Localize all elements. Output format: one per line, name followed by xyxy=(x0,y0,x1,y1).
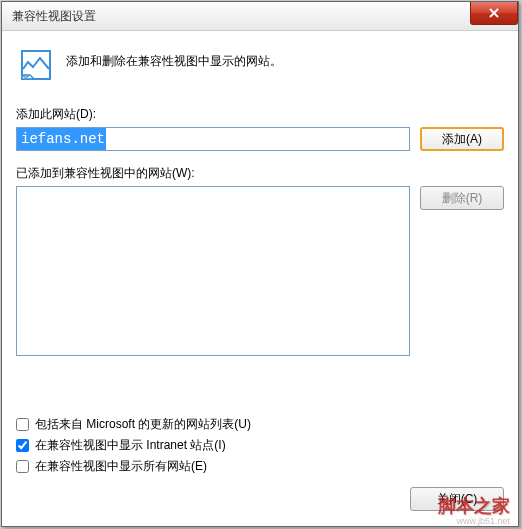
dialog-description: 添加和删除在兼容性视图中显示的网站。 xyxy=(66,49,282,70)
dialog-footer: 关闭(C) xyxy=(16,479,504,511)
watermark-sub: www.jb51.net xyxy=(456,516,510,526)
titlebar: 兼容性视图设置 xyxy=(2,2,518,31)
intranet-label[interactable]: 在兼容性视图中显示 Intranet 站点(I) xyxy=(35,437,226,454)
include-microsoft-label[interactable]: 包括来自 Microsoft 的更新的网站列表(U) xyxy=(35,416,251,433)
list-side-buttons: 删除(R) xyxy=(420,186,504,356)
checkbox-row-microsoft: 包括来自 Microsoft 的更新的网站列表(U) xyxy=(16,416,504,433)
checkbox-row-allsites: 在兼容性视图中显示所有网站(E) xyxy=(16,458,504,475)
header-row: 添加和删除在兼容性视图中显示的网站。 xyxy=(16,43,504,106)
window-title: 兼容性视图设置 xyxy=(2,8,96,25)
all-sites-checkbox[interactable] xyxy=(16,460,29,473)
watermark-text: 脚本之家 xyxy=(438,494,510,518)
intranet-checkbox[interactable] xyxy=(16,439,29,452)
websites-listbox[interactable] xyxy=(16,186,410,356)
input-selected-text: iefans.net xyxy=(17,128,106,150)
add-button[interactable]: 添加(A) xyxy=(420,127,504,151)
checkbox-row-intranet: 在兼容性视图中显示 Intranet 站点(I) xyxy=(16,437,504,454)
dialog-content: 添加和删除在兼容性视图中显示的网站。 添加此网站(D): iefans.net … xyxy=(2,31,518,523)
add-website-label: 添加此网站(D): xyxy=(16,106,504,123)
compatibility-icon xyxy=(20,49,52,84)
website-url-input[interactable]: iefans.net xyxy=(16,127,410,151)
remove-button[interactable]: 删除(R) xyxy=(420,186,504,210)
listbox-area: 删除(R) xyxy=(16,186,504,356)
close-window-button[interactable] xyxy=(470,2,518,25)
all-sites-label[interactable]: 在兼容性视图中显示所有网站(E) xyxy=(35,458,207,475)
close-icon xyxy=(488,7,500,19)
dialog-window: 兼容性视图设置 添加和删除在兼容性视图中显示的网站。 添加此网站(D): ief… xyxy=(1,1,519,527)
added-websites-label: 已添加到兼容性视图中的网站(W): xyxy=(16,165,504,182)
add-input-row: iefans.net 添加(A) xyxy=(16,127,504,151)
include-microsoft-checkbox[interactable] xyxy=(16,418,29,431)
